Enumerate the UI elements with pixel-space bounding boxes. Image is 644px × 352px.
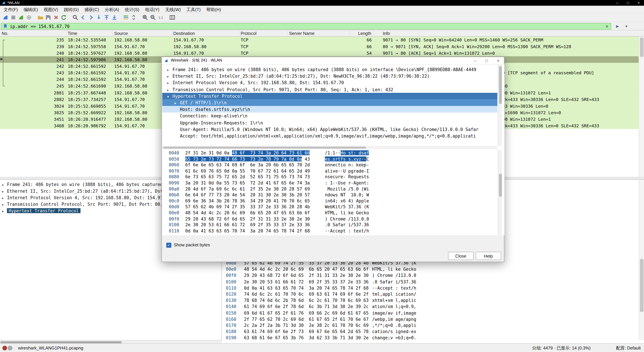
hex-row[interactable]: 014061 74 69 6f 6e 2f 78 6d 6c 3b 71 3d … <box>226 304 416 310</box>
go-to-packet-icon[interactable] <box>95 14 102 21</box>
hex-row[interactable]: 005065 73 2e 73 72 74 66 73 73 2e 78 79 … <box>162 156 369 162</box>
expander-icon[interactable]: ▸ <box>167 80 172 86</box>
packet-row[interactable]: 24018:24:52.597627192.168.58.80154.91.67… <box>0 50 644 56</box>
menu-item[interactable]: 分析(A) <box>102 6 122 13</box>
dialog-hex-scrollbar[interactable] <box>498 150 502 235</box>
menu-item[interactable]: 电话(Y) <box>142 6 162 13</box>
menu-item[interactable]: 文件(F) <box>1 6 21 13</box>
zoom-in-icon[interactable] <box>142 14 149 21</box>
hex-row[interactable]: 00c069 6e 36 34 3b 20 78 36 34 29 20 41 … <box>162 198 369 204</box>
go-last-icon[interactable] <box>111 14 118 21</box>
hex-row[interactable]: 00f029 20 43 68 72 6f 6d 65 2f 31 31 33 … <box>226 272 416 279</box>
minimize-button[interactable]: – <box>612 0 623 6</box>
menu-item[interactable]: 无线(W) <box>162 6 184 13</box>
menu-item[interactable]: 编辑(E) <box>21 6 41 13</box>
hex-row[interactable]: 01702c 2a 2f 2a 3b 71 3d 30 2e 38 2c 61 … <box>226 322 416 328</box>
dialog-maximize-button[interactable]: □ <box>481 57 492 64</box>
expander-icon[interactable]: ▸ <box>2 188 7 195</box>
filter-clear-icon[interactable]: × <box>606 24 608 29</box>
dialog-tree-hscrollbar-thumb[interactable] <box>163 146 366 148</box>
dialog-hex-scrollbar-thumb[interactable] <box>499 174 502 197</box>
menu-item[interactable]: 统计(S) <box>122 6 142 13</box>
find-packet-icon[interactable] <box>72 14 79 21</box>
column-header-info[interactable]: Info <box>374 30 644 36</box>
detail-line[interactable]: Host: dsafes.srtfss.xyz\r\n <box>162 106 497 113</box>
show-packet-bytes-checkbox[interactable]: ✓ <box>166 243 171 248</box>
detail-line[interactable]: Upgrade-Insecure-Requests: 1\r\n <box>162 120 497 126</box>
column-header-protocol[interactable]: Protocol <box>240 30 288 36</box>
column-header-no[interactable]: No. <box>0 30 66 36</box>
hex-row[interactable]: 01002e 30 20 53 61 66 61 72 69 2f 35 33 … <box>226 279 416 285</box>
dialog-close-icon[interactable]: × <box>492 57 504 64</box>
detail-line[interactable]: ▸GET / HTTP/1.1\r\n <box>162 100 497 106</box>
close-file-icon[interactable] <box>52 14 60 21</box>
hex-row[interactable]: 007061 6c 69 76 65 0d 0a 55 70 67 72 61 … <box>162 168 369 174</box>
detail-line[interactable]: ▾Hypertext Transfer Protocol <box>162 93 497 100</box>
menu-item[interactable]: 视图(V) <box>41 6 61 13</box>
go-first-icon[interactable] <box>103 14 110 21</box>
column-header-source[interactable]: Source <box>113 30 172 36</box>
dialog-minimize-button[interactable]: – <box>470 57 481 64</box>
dialog-help-button[interactable]: Help <box>476 252 501 260</box>
profile-status[interactable]: 配置: Default <box>616 346 641 351</box>
column-header-destination[interactable]: Destination <box>172 30 240 36</box>
hex-row[interactable]: 019063 68 61 6e 67 65 3b 76 3d 62 33 3b … <box>226 335 416 340</box>
detail-line[interactable]: ▸Ethernet II, Src: IntelCor_25:bd:27 (a8… <box>162 73 497 80</box>
packet-list-scrollbar[interactable] <box>639 36 644 177</box>
hex-row[interactable]: 012074 6d 6c 2c 61 70 70 6c 69 63 61 74 … <box>226 291 416 297</box>
hex-row[interactable]: 013078 68 74 6d 6c 2b 78 6d 6c 2c 61 70 … <box>226 298 416 304</box>
hex-row[interactable]: 00806e 73 65 63 75 72 65 2d 52 65 71 75 … <box>162 174 369 180</box>
reload-icon[interactable] <box>60 14 68 21</box>
detail-line[interactable]: Connection: keep-alive\r\n <box>162 113 497 120</box>
expander-icon[interactable]: ▸ <box>2 182 7 188</box>
maximize-button[interactable]: □ <box>623 0 634 6</box>
detail-line[interactable]: User-Agent: Mozilla/5.0 (Windows NT 10.0… <box>162 126 497 133</box>
column-header-server-name[interactable]: Server Name <box>288 30 350 36</box>
hex-row[interactable]: 01602f 77 65 62 70 2c 69 6d 61 67 65 2f … <box>226 316 416 322</box>
hex-row[interactable]: 018063 61 74 69 6f 6e 2f 73 69 67 6e 65 … <box>226 329 416 335</box>
packet-bytes-scrollbar[interactable] <box>639 180 644 340</box>
detail-line[interactable]: Accept: text/html,application/xhtml+xml,… <box>162 133 497 139</box>
stop-capture-icon[interactable] <box>10 14 17 21</box>
hex-row[interactable]: 00f029 20 43 68 72 6f 6d 65 2f 31 31 33 … <box>162 216 369 222</box>
dialog-tree-scrollbar-thumb[interactable] <box>499 66 502 104</box>
capture-comment-icon[interactable] <box>8 346 12 350</box>
menu-item[interactable]: 捕获(C) <box>82 6 102 13</box>
close-button[interactable]: × <box>633 0 644 6</box>
hex-row[interactable]: 00606f 6e 6e 65 63 74 69 6f 6e 3a 20 6b … <box>162 162 369 168</box>
restart-capture-icon[interactable] <box>18 14 25 21</box>
expander-icon[interactable]: ▾ <box>167 93 172 100</box>
expander-icon[interactable]: ▸ <box>2 195 7 201</box>
expander-icon[interactable]: ▸ <box>174 100 180 106</box>
zoom-reset-icon[interactable]: 1:1 <box>157 14 164 21</box>
hex-row[interactable]: 00d057 65 62 4b 69 74 2f 35 33 37 2e 33 … <box>162 204 369 210</box>
zoom-out-icon[interactable] <box>150 14 156 21</box>
menu-item[interactable]: 工具(T) <box>184 6 204 13</box>
dialog-close-button[interactable]: Close <box>448 252 474 260</box>
packet-row[interactable]: 23518:24:52.535540192.168.58.80154.91.67… <box>0 36 644 43</box>
column-header-length[interactable]: Length <box>350 30 374 36</box>
hex-row[interactable]: 00903a 20 31 0d 0a 55 73 65 72 2d 41 67 … <box>162 180 369 186</box>
filter-dropdown-icon[interactable]: ▾ <box>623 23 630 30</box>
packet-bytes-scrollbar-thumb[interactable] <box>640 259 644 312</box>
expander-icon[interactable]: ▸ <box>167 73 172 80</box>
hex-row[interactable]: 01100d 0a 41 63 63 65 70 74 3a 20 74 65 … <box>226 285 416 291</box>
hex-row[interactable]: 00a020 4d 6f 7a 69 6c 6c 61 2f 35 2e 30 … <box>162 186 369 192</box>
save-file-icon[interactable] <box>45 14 52 21</box>
start-capture-icon[interactable] <box>2 14 9 21</box>
hex-row[interactable]: 00402f 31 2e 31 0d 0a 48 6f 73 74 3a 20 … <box>162 150 369 156</box>
hex-row[interactable]: 00e048 54 4d 4c 2c 20 6c 69 6b 65 20 47 … <box>226 266 416 272</box>
details-hscrollbar-thumb[interactable] <box>0 341 122 343</box>
hex-row[interactable]: 015069 6d 61 67 65 2f 61 76 69 66 2c 69 … <box>226 310 416 316</box>
filter-input[interactable]: ip.addr == 154.91.67.70 × <box>1 23 611 30</box>
capture-options-icon[interactable] <box>26 14 32 21</box>
dialog-tree-scrollbar[interactable] <box>498 64 502 146</box>
expander-icon[interactable]: ▸ <box>167 86 172 93</box>
menu-item[interactable]: 帮助(H) <box>204 6 224 13</box>
packet-list-scrollbar-thumb[interactable] <box>640 38 644 57</box>
expander-icon[interactable]: ▸ <box>2 201 7 208</box>
expander-icon[interactable]: ▸ <box>2 208 7 214</box>
dialog-tree-hscrollbar[interactable] <box>162 146 497 149</box>
details-hscrollbar[interactable] <box>0 340 222 344</box>
hex-row[interactable]: 00e048 54 4d 4c 2c 20 6c 69 6b 65 20 47 … <box>162 210 369 216</box>
